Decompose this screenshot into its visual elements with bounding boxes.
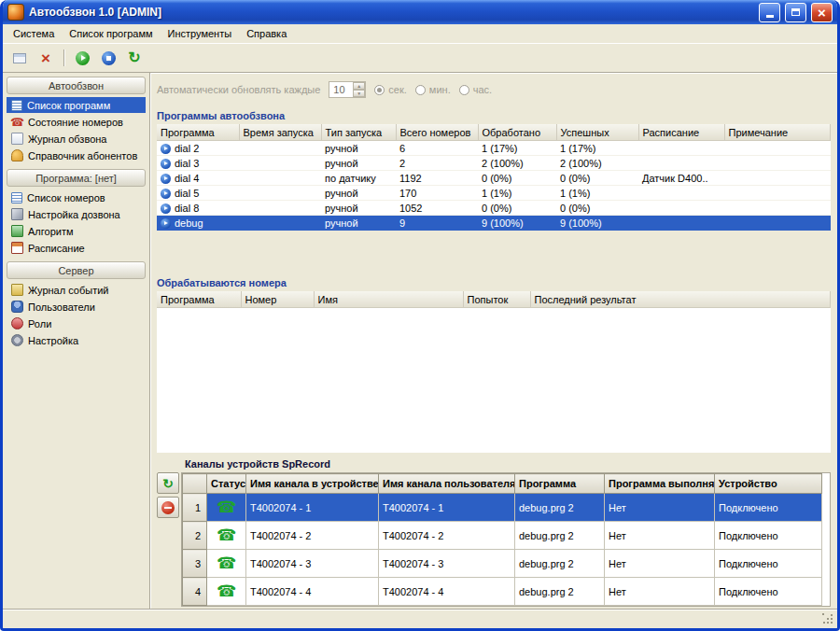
program-state-icon — [161, 159, 171, 169]
column-header[interactable]: Программа — [515, 474, 605, 494]
sidebar-item-settings[interactable]: Настройка — [7, 332, 146, 348]
title-bar[interactable]: Автообзвон 1.0 [ADMIN] — [3, 0, 837, 24]
column-header[interactable]: Программа — [157, 291, 241, 308]
dial-settings-icon — [11, 208, 23, 220]
call-log-icon — [11, 133, 23, 145]
refresh-button[interactable] — [122, 47, 147, 70]
column-header[interactable]: Статус — [207, 474, 246, 494]
resize-grip[interactable] — [822, 613, 834, 625]
stop-button[interactable] — [96, 47, 120, 70]
radio-minutes-icon[interactable] — [415, 85, 426, 95]
column-header[interactable]: Примечание — [724, 124, 831, 141]
roles-icon — [11, 317, 23, 330]
sidebar-group-server[interactable]: Сервер — [7, 261, 146, 279]
column-header[interactable]: Программа — [157, 124, 239, 141]
column-header[interactable]: Успешных — [556, 124, 638, 141]
column-header[interactable]: Тип запуска — [321, 124, 396, 141]
menu-system[interactable]: Система — [6, 25, 62, 42]
column-header[interactable]: Устройство — [715, 474, 822, 494]
column-header[interactable]: Попыток — [463, 291, 530, 308]
processing-table-body[interactable] — [157, 308, 831, 453]
table-row[interactable]: dial 2 ручной 61 (17%) 1 (17%) — [157, 141, 831, 156]
radio-minutes-label: мин. — [429, 84, 451, 95]
events-log-icon — [11, 284, 23, 296]
program-state-icon — [161, 203, 171, 214]
refresh-icon — [128, 50, 140, 65]
radio-minutes[interactable]: мин. — [415, 84, 451, 95]
menu-program-list[interactable]: Список программ — [62, 25, 160, 42]
table-icon — [13, 53, 26, 63]
app-icon — [7, 4, 24, 21]
channel-row[interactable]: 4 T4002074 - 4 T4002074 - 4 debug.prg 2 … — [183, 578, 822, 606]
radio-hours-icon[interactable] — [459, 85, 469, 95]
start-icon — [76, 51, 90, 65]
table-view-button[interactable] — [7, 47, 32, 70]
column-header[interactable]: Всего номеров — [396, 124, 478, 141]
column-header[interactable]: Номер — [241, 291, 314, 308]
program-state-icon — [161, 218, 171, 229]
column-header[interactable]: Последний результат — [530, 291, 831, 308]
table-row[interactable]: dial 8 ручной 10520 (0%) 0 (0%) — [157, 201, 831, 216]
sidebar-item-users[interactable]: Пользователи — [7, 299, 146, 315]
main-panel: Автоматически обновлять каждые 10 ▲ ▼ се… — [150, 73, 837, 609]
sidebar-group-program[interactable]: Программа: [нет] — [7, 169, 146, 187]
table-row[interactable]: dial 4 по датчику 11920 (0%) 0 (0%)Датчи… — [157, 171, 831, 186]
schedule-icon — [11, 242, 23, 254]
phone-icon — [217, 587, 236, 598]
channels-remove-button[interactable] — [157, 497, 179, 518]
spinner-up-icon[interactable]: ▲ — [353, 82, 365, 90]
sidebar-item-roles[interactable]: Роли — [7, 316, 146, 331]
radio-hours[interactable]: час. — [459, 84, 492, 95]
channels-table-wrap: Статус Имя канала в устройстве Имя канал… — [181, 472, 831, 607]
programs-header-row: Программа Время запуска Тип запуска Всег… — [157, 124, 831, 141]
menu-help[interactable]: Справка — [239, 25, 294, 42]
minimize-button[interactable] — [759, 3, 780, 22]
channel-row-selected[interactable]: 1 T4002074 - 1 T4002074 - 1 debug.prg 2 … — [183, 494, 822, 522]
channel-row[interactable]: 2 T4002074 - 2 T4002074 - 2 debug.prg 2 … — [183, 522, 822, 550]
table-row[interactable]: dial 5 ручной 1701 (1%) 1 (1%) — [157, 186, 831, 201]
sidebar-item-schedule[interactable]: Расписание — [7, 240, 146, 256]
table-row[interactable]: dial 3 ручной 22 (100%) 2 (100%) — [157, 156, 831, 171]
sidebar-group-autodialer[interactable]: Автообзвон — [7, 77, 146, 94]
program-state-icon — [161, 174, 171, 184]
program-state-icon — [161, 189, 171, 199]
sidebar-item-subscribers[interactable]: Справочник абонентов — [7, 147, 146, 163]
column-header[interactable]: Имя — [314, 291, 463, 308]
refresh-icon — [162, 477, 174, 490]
sidebar-item-program-list[interactable]: Список программ — [7, 97, 146, 113]
sidebar-item-numbers-list[interactable]: Список номеров — [7, 189, 146, 205]
column-header[interactable]: Имя канала в устройстве — [246, 474, 379, 494]
channels-refresh-button[interactable] — [157, 472, 179, 494]
maximize-button[interactable] — [785, 3, 806, 22]
channel-row[interactable]: 3 T4002074 - 3 T4002074 - 3 debug.prg 2 … — [183, 550, 822, 578]
column-header[interactable]: Имя канала пользователя — [379, 474, 515, 494]
radio-hours-label: час. — [473, 84, 492, 95]
column-header[interactable]: Программа выполняется — [605, 474, 715, 494]
autorefresh-row: Автоматически обновлять каждые 10 ▲ ▼ се… — [157, 77, 831, 103]
column-header[interactable]: Обработано — [478, 124, 556, 141]
sidebar-item-label: Журнал событий — [28, 285, 108, 296]
radio-seconds[interactable]: сек. — [374, 84, 407, 95]
autorefresh-spinner[interactable]: 10 ▲ ▼ — [329, 81, 366, 98]
minimize-icon — [766, 15, 774, 18]
programs-section-title: Программы автообзвона — [157, 103, 831, 124]
delete-button[interactable] — [34, 47, 58, 70]
content-area: Автообзвон Список программ Состояние ном… — [3, 73, 837, 609]
sidebar-item-dial-settings[interactable]: Настройка дозвона — [7, 206, 146, 222]
sidebar-item-events-log[interactable]: Журнал событий — [7, 282, 146, 298]
menu-tools[interactable]: Инструменты — [161, 25, 240, 42]
autorefresh-value[interactable]: 10 — [329, 82, 353, 97]
column-header[interactable]: Время запуска — [239, 124, 321, 141]
column-header[interactable]: Расписание — [638, 124, 724, 141]
radio-seconds-icon[interactable] — [374, 85, 385, 95]
delete-x-icon — [41, 50, 50, 66]
sidebar-item-label: Пользователи — [28, 301, 95, 313]
spinner-down-icon[interactable]: ▼ — [353, 90, 365, 97]
sidebar-item-call-log[interactable]: Журнал обзвона — [7, 131, 146, 147]
start-button[interactable] — [70, 47, 94, 70]
table-row-selected[interactable]: debug ручной 99 (100%) 9 (100%) — [157, 216, 831, 231]
sidebar-item-numbers-status[interactable]: Состояние номеров — [7, 114, 146, 130]
close-button[interactable] — [811, 3, 833, 22]
sidebar-item-algorithm[interactable]: Алгоритм — [7, 223, 146, 239]
sidebar-item-label: Расписание — [28, 243, 85, 254]
